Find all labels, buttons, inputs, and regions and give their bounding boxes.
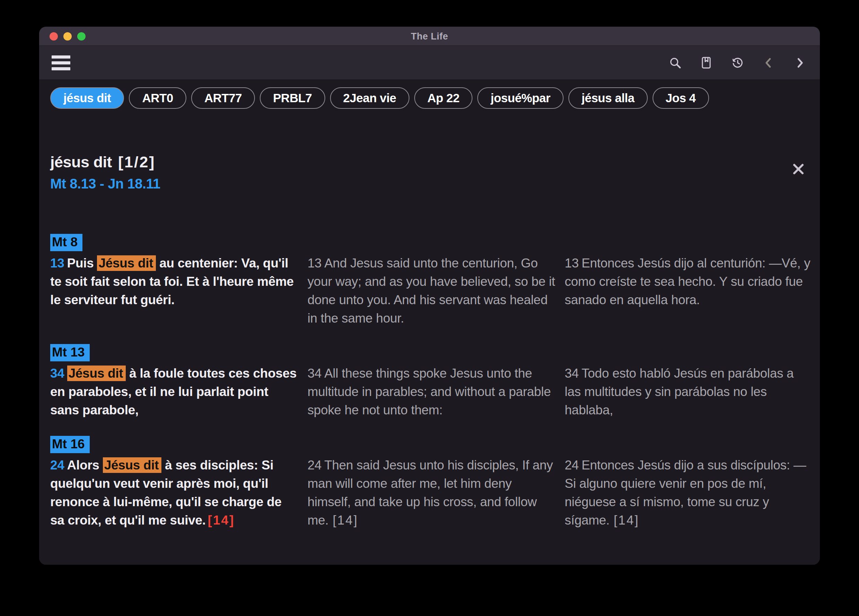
tab-ap-22[interactable]: Ap 22 xyxy=(414,87,473,109)
result-range: Mt 8.13 - Jn 18.11 xyxy=(50,176,772,192)
verse-cell-french: Mt 16 24Alors Jésus dit à ses disciples:… xyxy=(50,436,298,529)
menu-icon xyxy=(52,55,70,59)
verse-text-english: 24Then said Jesus unto his disciples, If… xyxy=(308,456,556,529)
verse-text-english: 13And Jesus said unto the centurion, Go … xyxy=(308,254,556,327)
close-window-button[interactable] xyxy=(50,32,58,41)
result-row: Mt 13 34Jésus dit à la foule toutes ces … xyxy=(50,344,813,419)
history-icon xyxy=(731,56,744,69)
verse-number: 24 xyxy=(50,458,64,472)
footnote-marker[interactable]: [14] xyxy=(208,513,235,527)
tab-jos-4[interactable]: Jos 4 xyxy=(653,87,709,109)
chevron-left-icon xyxy=(762,56,775,69)
content-area: jésus dit ART0 ART77 PRBL7 2Jean vie Ap … xyxy=(39,79,820,565)
tab-josue-par[interactable]: josué%par xyxy=(477,87,564,109)
book-ref-chip[interactable]: Mt 16 xyxy=(50,436,90,453)
verse-number: 13 xyxy=(308,256,322,270)
menu-icon xyxy=(52,61,70,64)
search-button[interactable] xyxy=(668,56,682,70)
verse-cell-french: Mt 8 13Puis Jésus dit au centenier: Va, … xyxy=(50,234,298,327)
verse-number: 13 xyxy=(565,256,579,270)
verse-text-spanish: 13Entonces Jesús dijo al centurión: —Vé,… xyxy=(565,254,813,309)
toolbar xyxy=(39,46,820,79)
close-results-button[interactable] xyxy=(791,161,806,177)
search-icon xyxy=(668,56,682,69)
book-ref-chip[interactable]: Mt 13 xyxy=(50,344,90,361)
bookmark-icon xyxy=(700,56,713,69)
tab-art77[interactable]: ART77 xyxy=(191,87,255,109)
result-title: jésus dit xyxy=(50,153,112,171)
tab-prbl7[interactable]: PRBL7 xyxy=(260,87,325,109)
close-icon xyxy=(792,163,804,175)
verse-text-french: 24Alors Jésus dit à ses disciples: Si qu… xyxy=(50,456,298,529)
verse-text-spanish: 24Entonces Jesús dijo a sus discípulos: … xyxy=(565,456,813,529)
verse-number: 24 xyxy=(565,458,579,472)
nav-back-button[interactable] xyxy=(762,56,776,70)
result-header: jésus dit[1/2] Mt 8.13 - Jn 18.11 xyxy=(50,153,813,192)
footnote-marker[interactable]: [14] xyxy=(333,513,358,527)
search-hit-highlight: Jésus dit xyxy=(103,457,162,473)
menu-button[interactable] xyxy=(51,53,71,72)
verse-text-english: 34All these things spoke Jesus unto the … xyxy=(308,364,556,419)
search-hit-highlight: Jésus dit xyxy=(97,255,156,271)
search-tabs: jésus dit ART0 ART77 PRBL7 2Jean vie Ap … xyxy=(50,87,813,109)
menu-icon xyxy=(52,67,70,70)
verse-cell-english: 24Then said Jesus unto his disciples, If… xyxy=(308,436,556,529)
title-bar: The Life xyxy=(39,27,820,46)
tab-jesus-dit[interactable]: jésus dit xyxy=(50,87,124,109)
footnote-marker[interactable]: [14] xyxy=(614,513,639,527)
verse-number: 24 xyxy=(308,458,322,472)
nav-forward-button[interactable] xyxy=(793,56,807,70)
verse-cell-english: 34All these things spoke Jesus unto the … xyxy=(308,344,556,419)
verse-cell-spanish: 13Entonces Jesús dijo al centurión: —Vé,… xyxy=(565,234,813,327)
traffic-lights xyxy=(50,27,86,46)
app-window: The Life xyxy=(39,27,820,565)
minimize-window-button[interactable] xyxy=(63,32,72,41)
results-list: Mt 8 13Puis Jésus dit au centenier: Va, … xyxy=(50,234,813,529)
zoom-window-button[interactable] xyxy=(77,32,86,41)
verse-cell-spanish: 24Entonces Jesús dijo a sus discípulos: … xyxy=(565,436,813,529)
tab-2jean-vie[interactable]: 2Jean vie xyxy=(330,87,409,109)
result-page-indicator: [1/2] xyxy=(118,153,156,171)
result-row: Mt 8 13Puis Jésus dit au centenier: Va, … xyxy=(50,234,813,327)
tab-art0[interactable]: ART0 xyxy=(129,87,186,109)
verse-number: 34 xyxy=(50,366,64,380)
tab-jesus-alla[interactable]: jésus alla xyxy=(569,87,648,109)
result-row: Mt 16 24Alors Jésus dit à ses disciples:… xyxy=(50,436,813,529)
book-ref-chip[interactable]: Mt 8 xyxy=(50,234,83,251)
verse-cell-french: Mt 13 34Jésus dit à la foule toutes ces … xyxy=(50,344,298,419)
verse-cell-english: 13And Jesus said unto the centurion, Go … xyxy=(308,234,556,327)
verse-text-french: 34Jésus dit à la foule toutes ces choses… xyxy=(50,364,298,419)
window-title: The Life xyxy=(411,31,448,42)
verse-number: 34 xyxy=(565,366,579,380)
verse-cell-spanish: 34Todo esto habló Jesús en parábolas a l… xyxy=(565,344,813,419)
chevron-right-icon xyxy=(793,56,806,69)
verse-text-french: 13Puis Jésus dit au centenier: Va, qu'il… xyxy=(50,254,298,309)
verse-text-spanish: 34Todo esto habló Jesús en parábolas a l… xyxy=(565,364,813,419)
search-hit-highlight: Jésus dit xyxy=(67,366,126,381)
history-button[interactable] xyxy=(731,56,744,70)
bookmarks-button[interactable] xyxy=(699,56,713,70)
verse-number: 13 xyxy=(50,256,64,270)
verse-number: 34 xyxy=(308,366,322,380)
